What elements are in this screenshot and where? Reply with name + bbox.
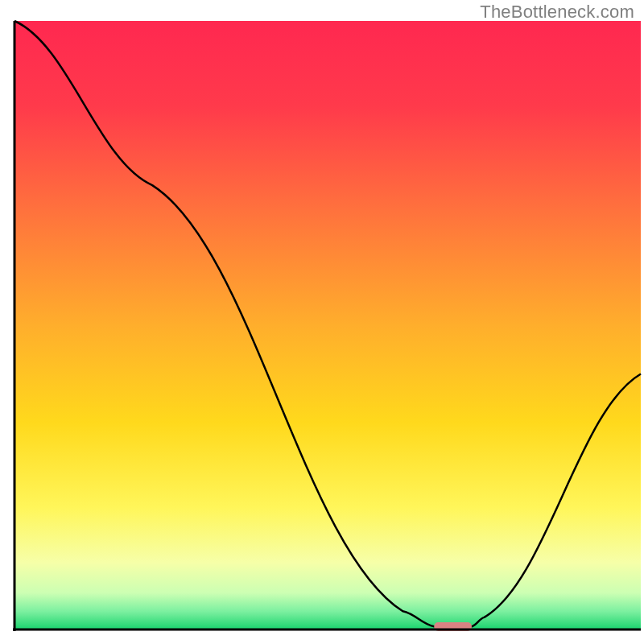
bottleneck-chart: TheBottleneck.com	[0, 0, 644, 644]
gradient-background	[14, 21, 641, 630]
chart-canvas	[0, 0, 644, 644]
watermark-label: TheBottleneck.com	[480, 2, 634, 23]
